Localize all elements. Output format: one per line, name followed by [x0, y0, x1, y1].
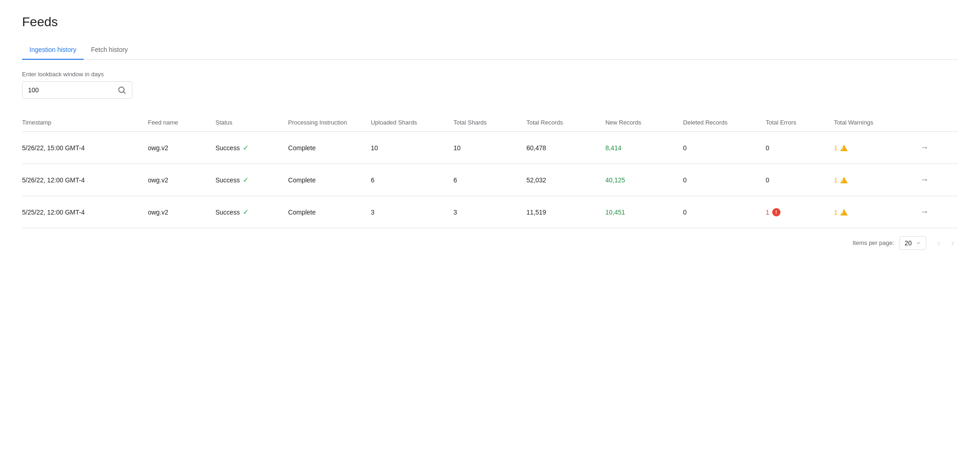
warning-count: 1: [834, 144, 838, 152]
cell-processing-instruction: Complete: [288, 196, 371, 228]
cell-row-action[interactable]: →: [917, 164, 958, 196]
new-records-value: 10,451: [605, 209, 625, 216]
chevron-down-icon: [916, 240, 921, 246]
cell-deleted-records: 0: [683, 132, 766, 164]
cell-timestamp: 5/25/22, 12:00 GMT-4: [22, 196, 148, 228]
row-detail-button[interactable]: →: [917, 141, 932, 154]
svg-point-0: [119, 87, 124, 92]
cell-total-records: 60,478: [526, 132, 605, 164]
tabs-bar: Ingestion history Fetch history: [22, 40, 958, 60]
status-text: Success: [216, 209, 240, 216]
cell-status: Success✓: [216, 196, 288, 228]
warning-count: 1: [834, 209, 838, 216]
cell-row-action[interactable]: →: [917, 132, 958, 164]
cell-row-action[interactable]: →: [917, 196, 958, 228]
cell-total-warnings: 1: [834, 164, 917, 196]
col-header-total-records: Total Records: [526, 113, 605, 132]
col-header-total-warnings: Total Warnings: [834, 113, 917, 132]
search-label: Enter lookback window in days: [22, 71, 958, 78]
cell-total-warnings: 1: [834, 196, 917, 228]
cell-processing-instruction: Complete: [288, 132, 371, 164]
cell-deleted-records: 0: [683, 196, 766, 228]
cell-feed-name: owg.v2: [148, 132, 216, 164]
error-circle-icon: !: [772, 208, 781, 216]
col-header-status: Status: [216, 113, 288, 132]
cell-feed-name: owg.v2: [148, 164, 216, 196]
table-header-row: Timestamp Feed name Status Processing In…: [22, 113, 958, 132]
page-title: Feeds: [22, 15, 958, 29]
cell-status: Success✓: [216, 132, 288, 164]
cell-status: Success✓: [216, 164, 288, 196]
col-header-timestamp: Timestamp: [22, 113, 148, 132]
col-header-processing-instruction: Processing Instruction: [288, 113, 371, 132]
cell-total-warnings: 1: [834, 132, 917, 164]
new-records-value: 8,414: [605, 144, 621, 152]
next-page-button[interactable]: ›: [947, 236, 958, 250]
items-per-page-section: Items per page: 20: [853, 236, 926, 250]
col-header-new-records: New Records: [605, 113, 683, 132]
prev-page-button[interactable]: ‹: [934, 236, 944, 250]
page-container: Feeds Ingestion history Fetch history En…: [0, 0, 980, 272]
search-button[interactable]: [117, 85, 126, 95]
search-section: Enter lookback window in days: [22, 71, 958, 99]
tab-fetch-history[interactable]: Fetch history: [84, 40, 135, 60]
col-header-action: [917, 113, 958, 132]
cell-total-shards: 6: [454, 164, 527, 196]
row-detail-button[interactable]: →: [917, 173, 932, 187]
cell-uploaded-shards: 3: [371, 196, 454, 228]
cell-total-records: 52,032: [526, 164, 605, 196]
success-check-icon: ✓: [243, 208, 249, 216]
col-header-deleted-records: Deleted Records: [683, 113, 766, 132]
col-header-total-shards: Total Shards: [454, 113, 527, 132]
warning-triangle-icon: [840, 209, 848, 215]
items-per-page-select[interactable]: 20: [900, 236, 926, 250]
warning-count: 1: [834, 176, 838, 184]
cell-new-records: 10,451: [605, 196, 683, 228]
cell-feed-name: owg.v2: [148, 196, 216, 228]
cell-total-errors: 0: [766, 164, 834, 196]
cell-uploaded-shards: 10: [371, 132, 454, 164]
cell-total-errors: 0: [766, 132, 834, 164]
status-text: Success: [216, 144, 240, 152]
col-header-total-errors: Total Errors: [766, 113, 834, 132]
cell-timestamp: 5/26/22, 12:00 GMT-4: [22, 164, 148, 196]
table-row: 5/26/22, 15:00 GMT-4owg.v2Success✓Comple…: [22, 132, 958, 164]
cell-total-shards: 10: [454, 132, 527, 164]
table-container: Timestamp Feed name Status Processing In…: [22, 113, 958, 228]
col-header-feed-name: Feed name: [148, 113, 216, 132]
table-row: 5/25/22, 12:00 GMT-4owg.v2Success✓Comple…: [22, 196, 958, 228]
status-text: Success: [216, 176, 240, 184]
new-records-value: 40,125: [605, 176, 625, 184]
pagination-nav-buttons: ‹ ›: [934, 236, 958, 250]
warning-triangle-icon: [840, 177, 848, 183]
success-check-icon: ✓: [243, 143, 249, 152]
cell-new-records: 8,414: [605, 132, 683, 164]
cell-processing-instruction: Complete: [288, 164, 371, 196]
error-count: 1: [766, 209, 769, 216]
cell-new-records: 40,125: [605, 164, 683, 196]
cell-total-records: 11,519: [526, 196, 605, 228]
pagination-bar: Items per page: 20 ‹ ›: [22, 228, 958, 257]
row-detail-button[interactable]: →: [917, 205, 932, 219]
data-table: Timestamp Feed name Status Processing In…: [22, 113, 958, 228]
cell-deleted-records: 0: [683, 164, 766, 196]
cell-total-errors: 1!: [766, 196, 834, 228]
col-header-uploaded-shards: Uploaded Shards: [371, 113, 454, 132]
items-per-page-value: 20: [905, 239, 912, 247]
tab-ingestion-history[interactable]: Ingestion history: [22, 40, 84, 60]
warning-triangle-icon: [840, 145, 848, 151]
table-row: 5/26/22, 12:00 GMT-4owg.v2Success✓Comple…: [22, 164, 958, 196]
items-per-page-label: Items per page:: [853, 239, 894, 246]
cell-uploaded-shards: 6: [371, 164, 454, 196]
search-icon: [117, 85, 126, 95]
search-input[interactable]: [28, 86, 117, 94]
svg-line-1: [124, 92, 125, 94]
search-box: [22, 81, 132, 99]
success-check-icon: ✓: [243, 176, 249, 184]
cell-total-shards: 3: [454, 196, 527, 228]
cell-timestamp: 5/26/22, 15:00 GMT-4: [22, 132, 148, 164]
